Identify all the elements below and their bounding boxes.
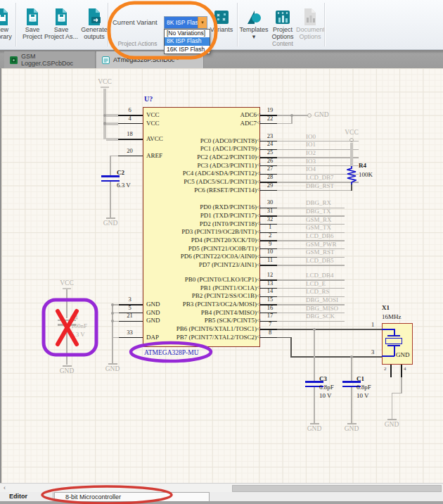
editor-tab[interactable]: Editor (0, 492, 53, 501)
net-label[interactable]: GSM_RST (306, 249, 335, 256)
sheet-tab-8bit-microcontroller[interactable]: 8-bit Microcontroller (54, 492, 210, 502)
pin-number: 7 (262, 321, 278, 327)
save-project-as-button[interactable]: Save Project As... (44, 1, 79, 48)
wire (350, 143, 353, 167)
combobox-value: 8K ISP Flash (167, 19, 201, 26)
dropdown-option-16k-isp-flash[interactable]: 16K ISP Flash (165, 46, 210, 53)
net-label[interactable]: DBG_TX (306, 208, 331, 215)
c4-value: 100nF (71, 323, 87, 329)
net-label[interactable]: LCD_DB7 (306, 175, 334, 181)
net-label[interactable]: IO4 (306, 166, 316, 172)
net-label[interactable]: GSM_TX (306, 225, 331, 231)
net-label[interactable]: IO1 (306, 141, 316, 148)
c2-value: 6.3 V (117, 182, 131, 189)
pin-direction-icon: ◁ (257, 229, 260, 234)
net-label[interactable]: DBG_RST (306, 183, 334, 189)
net-label[interactable]: LCD_DB4 (306, 272, 334, 279)
net-label[interactable]: LCD_RS (306, 289, 330, 295)
wire (277, 157, 359, 158)
pin-line (260, 337, 277, 339)
c2-designator[interactable]: C2 (117, 170, 124, 176)
pin-number: 11 (262, 257, 278, 263)
ribbon-toolbar: New Library Save Project Save Project As… (0, 0, 443, 50)
pin-name: PB3 (PCINT3/OC2A/MOSI) (143, 301, 257, 308)
current-variant-label: Current Variant (113, 18, 158, 26)
net-label[interactable]: DBG_RX (306, 200, 331, 206)
dropdown-option-8k-isp-flash[interactable]: 8K ISP Flash (165, 37, 210, 45)
net-label[interactable]: LCD_DB5 (306, 258, 334, 264)
vcc-power-port[interactable]: VCC (91, 79, 119, 86)
net-label[interactable]: LCD_E (306, 281, 326, 287)
wire (277, 265, 345, 266)
c1-designator[interactable]: C1 (357, 376, 364, 382)
net-label[interactable]: GSM_PWR (306, 241, 337, 248)
button-label: Document (296, 26, 324, 33)
pin-number: 28 (262, 174, 278, 180)
pin-number: 21 (118, 313, 141, 319)
pin-name: ADC6 (143, 112, 257, 118)
c1-voltage: 10 V (357, 393, 369, 399)
pin-line (118, 123, 143, 125)
wire (351, 357, 352, 381)
pin-direction-icon: ◁ (257, 263, 260, 267)
gnd-power-port[interactable]: GND (98, 366, 127, 373)
current-variant-combobox[interactable]: 8K ISP Flash ▼ (164, 16, 207, 29)
pcb-document-icon (10, 56, 18, 64)
ic-designator[interactable]: U? (144, 96, 153, 103)
pin-line (260, 265, 277, 266)
wire (351, 184, 352, 191)
pin-line (118, 337, 143, 339)
wire (277, 321, 345, 322)
vcc-power-port[interactable]: VCC (338, 130, 366, 137)
crystal-wire (382, 329, 394, 330)
variants-icon (212, 8, 231, 26)
crystal-plate (387, 335, 400, 336)
pin-line (260, 123, 277, 125)
x1-pin-number: 1 (368, 322, 377, 328)
tab-gsm-logger-pcbdoc[interactable]: GSM Logger.CSPcbDoc (4, 51, 96, 68)
button-label: Options (269, 33, 296, 40)
pin-number: 13 (262, 280, 278, 286)
net-label[interactable]: DBG_MOSI (306, 297, 338, 303)
pin-number: 1 (262, 224, 278, 230)
gnd-power-port[interactable]: GND (338, 426, 366, 433)
vcc-power-port[interactable]: VCC (53, 280, 81, 287)
power-port-bar (310, 423, 319, 424)
ic-part-number[interactable]: ATMEGA328P-MU (144, 350, 199, 357)
power-port-bar (63, 365, 72, 367)
x1-designator[interactable]: X1 (382, 305, 390, 311)
variants-button[interactable]: Variants (206, 1, 237, 48)
status-tab-bar: Editor 8-bit Microcontroller (0, 492, 443, 501)
dropdown-option-no-variations[interactable]: [No Variations] (165, 30, 210, 37)
pin-direction-icon: ◁ (257, 213, 260, 218)
net-label[interactable]: IO3 (306, 158, 316, 165)
gnd-power-port[interactable]: GND (96, 220, 124, 227)
horizontal-scrollbar[interactable]: ‹ (0, 483, 443, 492)
gnd-power-port[interactable]: GND (314, 112, 329, 119)
c4-designator[interactable]: C4 (70, 315, 78, 321)
combobox-dropdown-arrow-icon[interactable]: ▼ (198, 17, 207, 28)
net-label[interactable]: IO0 (306, 134, 316, 140)
gnd-power-port[interactable]: GND (53, 368, 81, 375)
wire (66, 289, 68, 318)
net-label[interactable]: GSM_RX (306, 217, 332, 223)
net-label[interactable]: LCD_DB6 (306, 233, 334, 239)
tab-label: ATmega328P.SchDoc * (113, 56, 179, 63)
pin-number: 20 (118, 148, 141, 154)
r4-designator[interactable]: R4 (359, 163, 366, 169)
pin-name: PC4 (ADC4/SDA/PCINT12) (143, 170, 257, 177)
gnd-power-port[interactable]: GND (300, 426, 328, 433)
net-label[interactable]: IO2 (306, 150, 316, 156)
c3-designator[interactable]: C3 (319, 376, 327, 382)
net-label[interactable]: DBG_MISO (306, 305, 338, 312)
scroll-left-arrow-icon[interactable]: ‹ (4, 484, 6, 491)
scrollbar-thumb[interactable] (232, 485, 442, 492)
wire (66, 326, 68, 365)
document-options-icon (301, 8, 319, 26)
wire (392, 393, 393, 420)
pin-number: 23 (262, 133, 278, 139)
gnd-power-port[interactable]: GND (378, 422, 406, 429)
button-label: Save (44, 26, 79, 33)
resistor-r4-symbol[interactable] (347, 166, 357, 184)
net-label[interactable]: DBG_SCK (306, 313, 335, 320)
